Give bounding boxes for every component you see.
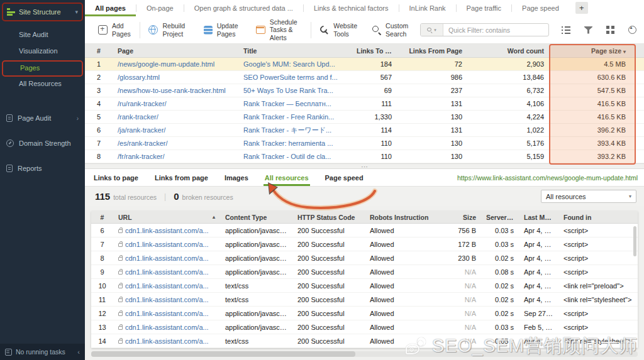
export-icon[interactable] [628, 26, 636, 34]
table-row[interactable]: 9cdn1.link-assistant.com/a...application… [91, 265, 638, 279]
resources-column-header-content-type[interactable]: Content Type [220, 214, 292, 221]
resources-column-header-http-status-code[interactable]: HTTP Status Code [292, 214, 365, 221]
table-row[interactable]: 14cdn1.link-assistant.com/a...text/css20… [91, 334, 638, 348]
resource-url-link[interactable]: cdn1.link-assistant.com/a... [125, 324, 209, 331]
sidebar-item-visualization[interactable]: Visualization [0, 44, 85, 60]
tab-on-page[interactable]: On-page [136, 0, 184, 16]
page-link[interactable]: /rank-tracker/ [118, 113, 158, 121]
resources-column-header-found-in[interactable]: Found in [558, 214, 638, 221]
page-link[interactable]: /news/google-mum-update.html [118, 60, 214, 68]
page-link[interactable]: /glossary.html [118, 74, 160, 81]
vertical-scrollbar[interactable] [633, 226, 636, 256]
view-columns-icon[interactable] [562, 26, 570, 34]
website-tools-button[interactable]: Website Tools [313, 16, 365, 43]
detail-tab-links-to-page[interactable]: Links to page [94, 169, 138, 186]
pages-column-header-links-from-page[interactable]: Links From Page [397, 47, 467, 55]
resources-column-header-size[interactable]: Size [440, 214, 481, 221]
quick-filter-input[interactable] [443, 26, 548, 34]
table-row[interactable]: 6cdn1.link-assistant.com/a...application… [91, 224, 638, 237]
resource-url-link[interactable]: cdn1.link-assistant.com/a... [125, 337, 209, 345]
horizontal-scrollbar[interactable] [91, 351, 638, 357]
resources-column-header-last-modif[interactable]: Last Modif... [519, 214, 558, 221]
resources-column-header-server-res[interactable]: Server Res... [481, 214, 519, 221]
rebuild-project-button[interactable]: Rebuild Project [142, 16, 196, 43]
resource-url-link[interactable]: cdn1.link-assistant.com/a... [125, 296, 209, 303]
table-row[interactable]: 13cdn1.link-assistant.com/a...applicatio… [91, 320, 638, 334]
table-row[interactable]: 3/news/how-to-use-rank-tracker.html50+ W… [85, 84, 644, 97]
sidebar-item-pages[interactable]: Pages [2, 60, 83, 77]
tab-page-speed[interactable]: Page speed [512, 0, 569, 16]
resources-column-header-[interactable]: # [91, 214, 113, 221]
title-link[interactable]: Google's MUM: Search Upd... [243, 60, 335, 68]
pages-column-header-word-count[interactable]: Word count [467, 47, 549, 55]
resource-url-link[interactable]: cdn1.link-assistant.com/a... [125, 282, 209, 290]
filter-icon[interactable] [584, 26, 592, 34]
table-row[interactable]: 8/fr/rank-tracker/Rank Tracker - Outil d… [85, 150, 644, 163]
resource-url-link[interactable]: cdn1.link-assistant.com/a... [125, 254, 209, 262]
current-page-url[interactable]: https://www.link-assistant.com/news/goog… [457, 174, 638, 182]
title-link[interactable]: Rank Tracker - Outil de cla... [243, 153, 331, 160]
url-cell: cdn1.link-assistant.com/a... [113, 337, 220, 345]
tab-links-technical-factors[interactable]: Links & technical factors [304, 0, 399, 16]
pages-column-header-[interactable]: # [85, 47, 113, 55]
page-link[interactable]: /es/rank-tracker/ [118, 139, 167, 147]
table-row[interactable]: 8cdn1.link-assistant.com/a...application… [91, 251, 638, 265]
table-row[interactable]: 2/glossary.htmlSEO PowerSuite terms and … [85, 71, 644, 84]
table-row[interactable]: 7/es/rank-tracker/Rank Tracker: herramie… [85, 137, 644, 150]
pages-column-header-page[interactable]: Page [113, 47, 238, 55]
page-link[interactable]: /ja/rank-tracker/ [118, 126, 165, 134]
custom-search-button[interactable]: Custom Search [365, 16, 420, 43]
resource-url-link[interactable]: cdn1.link-assistant.com/a... [125, 227, 209, 234]
resources-filter-dropdown[interactable]: All resources ▾ [541, 190, 636, 203]
title-link[interactable]: Rank Tracker - キーワード... [243, 126, 331, 134]
table-row[interactable]: 1/news/google-mum-update.htmlGoogle's MU… [85, 58, 644, 71]
resource-url-link[interactable]: cdn1.link-assistant.com/a... [125, 310, 209, 317]
title-link[interactable]: SEO PowerSuite terms and f... [243, 74, 338, 81]
sidebar-item-reports[interactable]: Reports [0, 156, 85, 181]
pages-column-header-page-size[interactable]: Page size▾ [549, 47, 636, 55]
pages-column-header-title[interactable]: Title [238, 47, 352, 55]
workspaces-icon[interactable] [606, 26, 614, 34]
detail-tab-page-speed[interactable]: Page speed [325, 169, 364, 186]
table-row[interactable]: 4/ru/rank-tracker/Rank Tracker — Бесплат… [85, 97, 644, 111]
table-row[interactable]: 12cdn1.link-assistant.com/a...applicatio… [91, 307, 638, 320]
title-link[interactable]: Rank Tracker — Бесплатн... [243, 100, 331, 107]
sidebar-item-all-resources[interactable]: All Resources [0, 77, 85, 93]
pane-splitter[interactable]: ··· [85, 163, 644, 169]
sidebar-item-domain-strength[interactable]: Domain Strength [0, 131, 85, 156]
update-pages-button[interactable]: Update Pages [197, 16, 249, 43]
resources-column-header-url[interactable]: URL▴ [113, 214, 220, 221]
add-pages-button[interactable]: Add Pages [91, 16, 138, 43]
tab-open-graph-structured-data[interactable]: Open graph & structured data ... [184, 0, 303, 16]
table-row[interactable]: 10cdn1.link-assistant.com/a...text/css20… [91, 279, 638, 293]
tab-all-pages[interactable]: All pages [85, 0, 136, 16]
table-row[interactable]: 7cdn1.link-assistant.com/a...application… [91, 237, 638, 251]
tab-inlink-rank[interactable]: InLink Rank [399, 0, 456, 16]
scrollbar-thumb[interactable] [91, 351, 355, 357]
collapse-sidebar-icon[interactable]: ‹ [77, 348, 80, 356]
quick-filter-mode-button[interactable]: ▾ [421, 24, 443, 36]
table-row[interactable]: 6/ja/rank-tracker/Rank Tracker - キーワード..… [85, 124, 644, 137]
resource-url-link[interactable]: cdn1.link-assistant.com/a... [125, 268, 209, 276]
sidebar-item-page-audit[interactable]: Page Audit› [0, 106, 85, 131]
pages-column-header-links-to-page[interactable]: Links To Page [352, 47, 397, 55]
sidebar-module-switcher[interactable]: Site Structure ▾ [2, 3, 83, 21]
page-link[interactable]: /news/how-to-use-rank-tracker.html [118, 87, 226, 94]
resources-column-header-robots-instruction[interactable]: Robots Instruction [365, 214, 440, 221]
schedule-tasks-alerts-button[interactable]: Schedule Tasks & Alerts [249, 16, 309, 43]
detail-tab-links-from-page[interactable]: Links from page [155, 169, 208, 186]
sidebar-item-site-audit[interactable]: Site Audit [0, 28, 85, 44]
add-tab-button[interactable]: + [575, 2, 588, 14]
table-row[interactable]: 11cdn1.link-assistant.com/a...text/css20… [91, 293, 638, 307]
detail-tab-images[interactable]: Images [225, 169, 248, 186]
title-link[interactable]: Rank Tracker: herramienta ... [243, 139, 333, 147]
page-link[interactable]: /fr/rank-tracker/ [118, 153, 165, 160]
table-row[interactable]: 5/rank-tracker/Rank Tracker - Free Ranki… [85, 111, 644, 124]
title-link[interactable]: Rank Tracker - Free Rankin... [243, 113, 334, 121]
resource-url-link[interactable]: cdn1.link-assistant.com/a... [125, 241, 209, 248]
title-link[interactable]: 50+ Ways To Use Rank Tra... [243, 87, 333, 94]
lock-icon [118, 257, 123, 261]
detail-tab-all-resources[interactable]: All resources [265, 169, 309, 186]
page-link[interactable]: /ru/rank-tracker/ [118, 100, 167, 107]
tab-page-traffic[interactable]: Page traffic [457, 0, 511, 16]
